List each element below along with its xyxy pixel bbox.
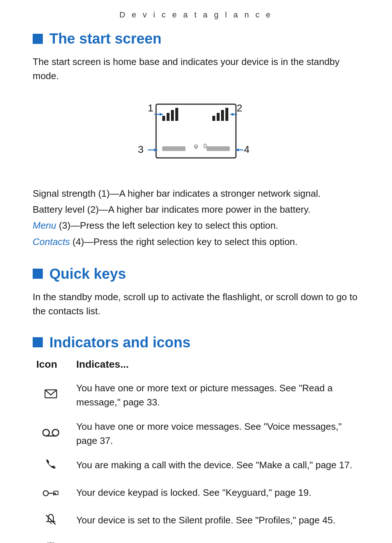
param-list: Signal strength (1)—A higher bar indicat… bbox=[33, 185, 359, 250]
table-row: You have one or more text or picture mes… bbox=[33, 376, 359, 415]
table-header-indicates: Indicates... bbox=[76, 359, 359, 376]
keylock-icon-cell bbox=[33, 481, 76, 508]
quick-keys-blue-square bbox=[33, 269, 43, 279]
svg-text:1: 1 bbox=[148, 102, 154, 114]
param-contacts: Contacts (4)—Press the right selection k… bbox=[33, 234, 359, 250]
svg-rect-6 bbox=[217, 113, 220, 121]
call-indicates-text: You are making a call with the device. S… bbox=[76, 453, 359, 481]
table-row: You have one or more voice messages. See… bbox=[33, 415, 359, 453]
svg-rect-3 bbox=[171, 110, 174, 121]
param-signal: Signal strength (1)—A higher bar indicat… bbox=[33, 185, 359, 201]
indicators-blue-square bbox=[33, 337, 43, 347]
table-row: Your device keypad is locked. See "Keygu… bbox=[33, 481, 359, 508]
svg-rect-10 bbox=[207, 146, 230, 151]
device-diagram: ψ 0 1 2 3 4 bbox=[33, 96, 359, 172]
message-indicates-text: You have one or more text or picture mes… bbox=[76, 376, 359, 415]
svg-rect-1 bbox=[162, 116, 165, 121]
svg-rect-9 bbox=[162, 146, 185, 151]
start-screen-description: The start screen is home base and indica… bbox=[33, 55, 359, 83]
start-screen-title: The start screen bbox=[49, 30, 162, 47]
table-row: You are making a call with the device. S… bbox=[33, 453, 359, 481]
quick-keys-title: Quick keys bbox=[49, 266, 126, 282]
svg-text:2: 2 bbox=[237, 102, 242, 114]
svg-point-27 bbox=[52, 429, 59, 436]
svg-rect-2 bbox=[167, 113, 170, 121]
param-menu: Menu (3)—Press the left selection key to… bbox=[33, 217, 359, 233]
voicemail-indicates-text: You have one or more voice messages. See… bbox=[76, 415, 359, 453]
alarm-indicates-text: The alarm clock is set to On. See "Alarm… bbox=[76, 536, 359, 543]
voicemail-icon-cell bbox=[33, 415, 76, 453]
svg-line-34 bbox=[50, 522, 52, 524]
svg-rect-4 bbox=[175, 108, 178, 121]
svg-point-29 bbox=[43, 491, 48, 496]
alarm-icon-cell bbox=[33, 536, 76, 543]
svg-text:ψ: ψ bbox=[194, 143, 198, 149]
svg-rect-7 bbox=[221, 110, 224, 121]
table-header-icon: Icon bbox=[33, 359, 76, 376]
silent-indicates-text: Your device is set to the Silent profile… bbox=[76, 508, 359, 536]
silent-icon-cell bbox=[33, 508, 76, 536]
svg-point-26 bbox=[43, 429, 49, 436]
indicators-table: Icon Indicates... You have one or more t… bbox=[33, 359, 359, 543]
keylock-indicates-text: Your device keypad is locked. See "Keygu… bbox=[76, 481, 359, 508]
svg-rect-5 bbox=[212, 116, 215, 121]
message-icon-cell bbox=[33, 376, 76, 415]
table-row: Your device is set to the Silent profile… bbox=[33, 508, 359, 536]
indicators-section-title: Indicators and icons bbox=[33, 334, 359, 351]
param-battery: Battery level (2)—A higher bar indicates… bbox=[33, 201, 359, 217]
section-blue-square bbox=[33, 34, 43, 44]
svg-text:4: 4 bbox=[244, 144, 250, 155]
quick-keys-description: In the standby mode, scroll up to activa… bbox=[33, 290, 359, 318]
svg-rect-8 bbox=[225, 108, 228, 121]
call-icon-cell bbox=[33, 453, 76, 481]
page-header: D e v i c e a t a g l a n c e bbox=[0, 0, 392, 23]
quick-keys-section-title: Quick keys bbox=[33, 266, 359, 282]
svg-text:3: 3 bbox=[138, 144, 144, 155]
header-text: D e v i c e a t a g l a n c e bbox=[119, 10, 273, 19]
table-row: The alarm clock is set to On. See "Alarm… bbox=[33, 536, 359, 543]
indicators-title: Indicators and icons bbox=[49, 334, 191, 351]
svg-text:0: 0 bbox=[204, 143, 207, 149]
start-screen-section-title: The start screen bbox=[33, 30, 359, 47]
